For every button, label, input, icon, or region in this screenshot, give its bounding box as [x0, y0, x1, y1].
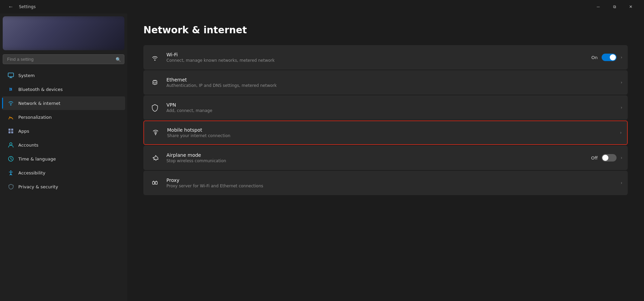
- window-controls: ─ ⧉ ✕: [590, 1, 639, 12]
- sidebar-item-privacy[interactable]: Privacy & security: [2, 180, 125, 193]
- svg-rect-4: [11, 131, 13, 133]
- vpn-icon: [149, 101, 161, 114]
- settings-item-airplane[interactable]: Airplane mode Stop wireless communicatio…: [143, 146, 628, 170]
- settings-item-hotspot[interactable]: Mobile hotspot Share your internet conne…: [143, 120, 628, 145]
- vpn-text: VPN Add, connect, manage: [166, 102, 621, 113]
- sidebar: 🔍 System Bluetooth & devices Network & i…: [0, 14, 127, 301]
- app-container: 🔍 System Bluetooth & devices Network & i…: [0, 14, 644, 301]
- sidebar-item-personalization[interactable]: Personalization: [2, 110, 125, 124]
- airplane-toggle-label: Off: [591, 155, 598, 161]
- proxy-right: ›: [621, 181, 622, 185]
- time-icon: [7, 155, 14, 162]
- profile-image: [3, 16, 124, 50]
- ethernet-chevron: ›: [621, 80, 622, 85]
- proxy-icon: [149, 177, 161, 189]
- proxy-chevron: ›: [621, 181, 622, 185]
- airplane-icon: [149, 152, 161, 164]
- hotspot-right: ›: [620, 130, 622, 135]
- sidebar-item-system[interactable]: System: [2, 69, 125, 82]
- settings-item-wifi[interactable]: Wi-Fi Connect, manage known networks, me…: [143, 45, 628, 70]
- airplane-right: Off ›: [591, 154, 622, 162]
- minimize-button[interactable]: ─: [590, 1, 606, 12]
- svg-rect-10: [153, 182, 155, 184]
- search-area: 🔍: [3, 54, 124, 64]
- network-icon: [7, 100, 14, 107]
- system-icon: [7, 72, 14, 79]
- svg-rect-11: [155, 182, 157, 184]
- vpn-chevron: ›: [621, 105, 622, 110]
- svg-point-5: [10, 143, 12, 145]
- wifi-text: Wi-Fi Connect, manage known networks, me…: [166, 52, 591, 63]
- apps-icon: [7, 128, 14, 134]
- vpn-desc: Add, connect, manage: [166, 108, 621, 113]
- ethernet-title: Ethernet: [166, 77, 621, 82]
- settings-list: Wi-Fi Connect, manage known networks, me…: [143, 45, 628, 195]
- page-title: Network & internet: [143, 24, 628, 36]
- settings-item-vpn[interactable]: VPN Add, connect, manage ›: [143, 95, 628, 120]
- svg-rect-0: [8, 73, 14, 77]
- wifi-chevron: ›: [621, 55, 622, 60]
- wifi-title: Wi-Fi: [166, 52, 591, 57]
- proxy-text: Proxy Proxy server for Wi-Fi and Etherne…: [166, 177, 621, 188]
- hotspot-icon: [149, 127, 162, 139]
- sidebar-item-bluetooth[interactable]: Bluetooth & devices: [2, 82, 125, 96]
- sidebar-nav: System Bluetooth & devices Network & int…: [0, 67, 127, 301]
- accessibility-icon: [7, 169, 14, 176]
- airplane-chevron: ›: [621, 155, 622, 160]
- hotspot-chevron: ›: [620, 130, 622, 135]
- svg-point-7: [11, 170, 12, 171]
- hotspot-title: Mobile hotspot: [167, 127, 620, 133]
- svg-rect-2: [11, 129, 13, 131]
- ethernet-icon: [149, 76, 161, 89]
- hotspot-desc: Share your internet connection: [167, 133, 620, 138]
- search-input[interactable]: [3, 54, 124, 64]
- sidebar-item-accessibility[interactable]: Accessibility: [2, 166, 125, 180]
- close-button[interactable]: ✕: [623, 1, 639, 12]
- settings-item-ethernet[interactable]: Ethernet Authentication, IP and DNS sett…: [143, 70, 628, 95]
- sidebar-item-network[interactable]: Network & internet: [2, 96, 125, 110]
- airplane-toggle[interactable]: [602, 154, 617, 162]
- personalization-icon: [7, 114, 14, 120]
- ethernet-desc: Authentication, IP and DNS settings, met…: [166, 83, 621, 88]
- titlebar: ← Settings ─ ⧉ ✕: [0, 0, 644, 14]
- back-button[interactable]: ←: [5, 1, 16, 12]
- wifi-toggle-label: On: [591, 55, 598, 60]
- vpn-title: VPN: [166, 102, 621, 108]
- svg-rect-3: [8, 131, 11, 133]
- accounts-icon: [7, 142, 14, 148]
- wifi-toggle[interactable]: [602, 54, 617, 61]
- proxy-title: Proxy: [166, 177, 621, 183]
- settings-item-proxy[interactable]: Proxy Proxy server for Wi-Fi and Etherne…: [143, 171, 628, 195]
- restore-button[interactable]: ⧉: [607, 1, 622, 12]
- airplane-text: Airplane mode Stop wireless communicatio…: [166, 152, 591, 163]
- privacy-icon: [7, 183, 14, 190]
- ethernet-right: ›: [621, 80, 622, 85]
- proxy-desc: Proxy server for Wi-Fi and Ethernet conn…: [166, 184, 621, 188]
- airplane-title: Airplane mode: [166, 152, 591, 158]
- wifi-desc: Connect, manage known networks, metered …: [166, 58, 591, 63]
- wifi-right: On ›: [591, 54, 622, 61]
- svg-rect-1: [8, 129, 11, 131]
- sidebar-item-time[interactable]: Time & language: [2, 152, 125, 166]
- vpn-right: ›: [621, 105, 622, 110]
- sidebar-item-accounts[interactable]: Accounts: [2, 138, 125, 152]
- hotspot-text: Mobile hotspot Share your internet conne…: [167, 127, 620, 138]
- sidebar-item-apps[interactable]: Apps: [2, 124, 125, 138]
- bluetooth-icon: [7, 86, 14, 93]
- wifi-icon: [149, 51, 161, 63]
- ethernet-text: Ethernet Authentication, IP and DNS sett…: [166, 77, 621, 88]
- profile-area: [3, 16, 124, 50]
- airplane-desc: Stop wireless communication: [166, 158, 591, 163]
- content-area: Network & internet Wi-Fi Connect, manage…: [127, 14, 644, 301]
- search-icon: 🔍: [116, 57, 121, 62]
- app-title: Settings: [19, 4, 36, 9]
